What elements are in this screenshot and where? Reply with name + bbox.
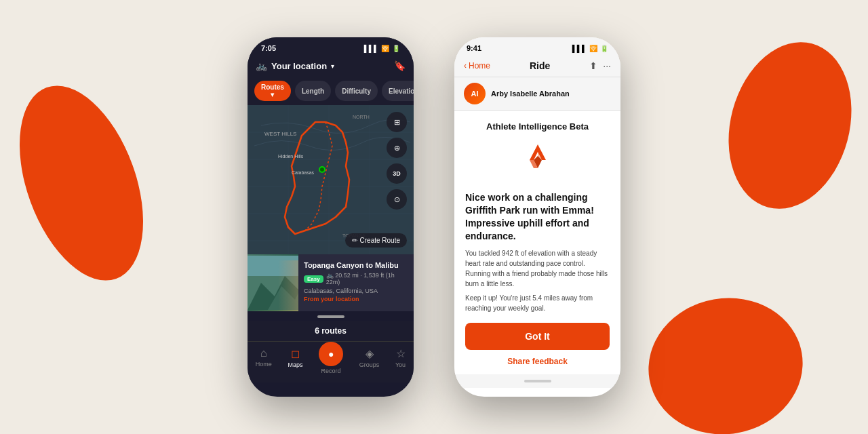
pencil-icon: ✏	[352, 237, 357, 244]
bottom-nav: ⌂ Home ◻ Maps ● Record ◈ Groups ☆ You	[248, 341, 414, 382]
route-location: Calabasas, California, USA	[304, 288, 408, 294]
you-icon: ☆	[396, 347, 406, 360]
filter-length[interactable]: Length	[295, 81, 331, 101]
routes-count: 6 routes	[248, 321, 414, 341]
athlete-name: Arby Isabelle Abrahan	[491, 90, 570, 98]
route-card[interactable]: Topanga Canyon to Malibu Easy 🚲 20.52 mi…	[248, 254, 414, 311]
left-header: 🚲 Your location ▾ 🔖	[248, 55, 414, 77]
ai-title: Athlete Intelligence Beta	[486, 121, 589, 132]
filter-bar: Routes ▾ Length Difficulty Elevation	[248, 77, 414, 105]
left-status-bar: 7:05 ▌▌▌ 🛜 🔋	[248, 37, 414, 55]
maps-icon: ◻	[291, 347, 300, 360]
swipe-indicator	[317, 315, 344, 318]
header-actions: ⬆ ···	[589, 60, 611, 71]
battery-icon: 🔋	[392, 45, 400, 52]
right-swipe-indicator	[524, 380, 551, 382]
record-label: Record	[321, 368, 341, 374]
maps-label: Maps	[288, 361, 302, 368]
right-bottom-bar	[454, 374, 620, 388]
nav-home[interactable]: ⌂ Home	[256, 347, 272, 374]
record-button[interactable]: ●	[319, 342, 343, 366]
share-feedback-button[interactable]: Share feedback	[507, 357, 568, 366]
location-header-left: 🚲 Your location ▾	[256, 60, 334, 71]
layers-button[interactable]: ⊞	[387, 112, 407, 132]
route-image	[248, 254, 298, 311]
nav-record[interactable]: ● Record	[319, 347, 343, 374]
ai-body-2: Keep it up! You're just 5.4 miles away f…	[465, 293, 610, 313]
right-time: 9:41	[467, 44, 481, 52]
dropdown-arrow-icon[interactable]: ▾	[331, 62, 334, 70]
got-it-button[interactable]: Got It	[465, 323, 610, 350]
location-text: Your location	[271, 61, 327, 71]
route-name: Topanga Canyon to Malibu	[304, 261, 408, 269]
left-status-icons: ▌▌▌ 🛜 🔋	[364, 45, 400, 52]
right-header: ‹ Home Ride ⬆ ···	[454, 55, 620, 77]
avatar-initials: AI	[471, 90, 479, 98]
create-route-button[interactable]: ✏ Topanga Canyon to Malibu Create Route	[345, 233, 407, 248]
location-button[interactable]: ⊙	[387, 189, 407, 210]
groups-label: Groups	[359, 361, 380, 368]
more-icon[interactable]: ···	[603, 60, 611, 71]
right-status-bar: 9:41 ▌▌▌ 🛜 🔋	[454, 37, 620, 55]
route-info: Topanga Canyon to Malibu Easy 🚲 20.52 mi…	[298, 254, 414, 311]
nav-groups[interactable]: ◈ Groups	[359, 347, 380, 374]
phones-container: 7:05 ▌▌▌ 🛜 🔋 🚲 Your location ▾ 🔖 Routes …	[0, 0, 868, 434]
signal-icon: ▌▌▌	[364, 45, 378, 52]
svg-text:NORTH: NORTH	[353, 115, 370, 119]
left-time: 7:05	[261, 44, 276, 52]
svg-text:Calabasas: Calabasas	[292, 170, 315, 175]
nav-maps[interactable]: ◻ Maps	[288, 347, 302, 374]
right-signal-icon: ▌▌▌	[572, 45, 587, 52]
chevron-left-icon: ‹	[464, 61, 467, 71]
you-label: You	[395, 361, 406, 368]
threed-button[interactable]: 3D	[387, 163, 407, 184]
map-controls: ⊞ ⊕ 3D ⊙	[387, 112, 407, 210]
ai-headline: Nice work on a challenging Griffith Park…	[465, 191, 610, 243]
filter-elevation[interactable]: Elevation	[382, 81, 414, 101]
bike-icon: 🚲	[256, 60, 267, 71]
difficulty-badge: Easy	[304, 275, 323, 283]
ai-body-1: You tackled 942 ft of elevation with a s…	[465, 248, 610, 289]
ai-card: Athlete Intelligence Beta Nice work on a…	[454, 111, 620, 374]
route-image-overlay	[278, 260, 298, 311]
ride-title: Ride	[530, 60, 550, 71]
svg-text:Hidden Hills: Hidden Hills	[278, 154, 304, 159]
right-phone: 9:41 ▌▌▌ 🛜 🔋 ‹ Home Ride ⬆ ··· AI	[454, 37, 620, 397]
home-icon: ⌂	[260, 347, 267, 359]
filter-difficulty[interactable]: Difficulty	[335, 81, 378, 101]
groups-icon: ◈	[366, 347, 374, 360]
share-icon[interactable]: ⬆	[589, 60, 597, 71]
svg-point-10	[320, 167, 324, 172]
filter-routes[interactable]: Routes ▾	[254, 81, 291, 101]
avatar: AI	[464, 83, 486, 104]
compass-button[interactable]: ⊕	[387, 138, 407, 158]
strava-logo	[517, 141, 558, 182]
right-battery-icon: 🔋	[600, 45, 608, 52]
record-icon: ●	[328, 349, 334, 359]
left-phone: 7:05 ▌▌▌ 🛜 🔋 🚲 Your location ▾ 🔖 Routes …	[248, 37, 414, 397]
map-area: Hidden Hills Calabasas WEST HILLS NORTH …	[248, 105, 414, 254]
wifi-icon: 🛜	[381, 45, 389, 52]
route-stats: 🚲 20.52 mi · 1,539 ft (1h 22m)	[326, 272, 408, 285]
athlete-strip: AI Arby Isabelle Abrahan	[454, 77, 620, 111]
back-button[interactable]: ‹ Home	[464, 61, 490, 71]
back-label: Home	[469, 61, 490, 71]
bookmark-icon[interactable]: 🔖	[394, 60, 406, 71]
svg-text:WEST HILLS: WEST HILLS	[264, 131, 296, 137]
right-wifi-icon: 🛜	[589, 45, 597, 52]
route-badges: Easy 🚲 20.52 mi · 1,539 ft (1h 22m)	[304, 272, 408, 285]
route-from: From your location	[304, 296, 408, 302]
nav-you[interactable]: ☆ You	[395, 347, 406, 374]
home-label: Home	[256, 361, 272, 368]
right-status-icons: ▌▌▌ 🛜 🔋	[572, 45, 608, 52]
